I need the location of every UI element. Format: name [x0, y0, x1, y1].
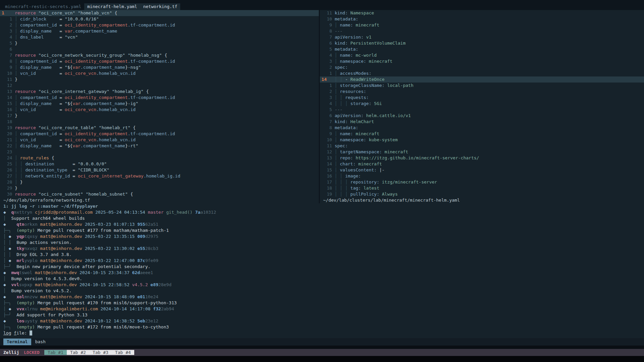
token-prop: .homelab_ig.id	[144, 173, 181, 178]
code-line[interactable]: 9 │ name: minecraft	[320, 131, 644, 137]
code-line[interactable]: 26 │ │ destination_type = "CIDR_BLOCK"	[0, 167, 319, 173]
code-line[interactable]: 29 }	[0, 185, 319, 191]
code-line[interactable]: 14 │ compartment_id = oci_identity_compa…	[0, 95, 319, 101]
code-line[interactable]: 22 │ display_name = "${var.compartment_n…	[0, 143, 319, 149]
code-line[interactable]: 12 │ targetNamespace: minecraft	[320, 149, 644, 155]
token-pun: =	[57, 59, 64, 64]
code-line[interactable]: 25 │ │ destination = "0.0.0.0/0"	[0, 161, 319, 167]
code-line[interactable]: 15 │ display_name = "${var.compartment_n…	[0, 101, 319, 107]
code-line[interactable]: 9 │ name: minecraft	[320, 22, 644, 28]
code-line[interactable]: 16 │ │ image:	[320, 173, 644, 179]
code-line[interactable]: 2 spec:	[320, 64, 644, 70]
code-line[interactable]: 10 metadata:	[320, 16, 644, 22]
code-line[interactable]: 15 │ valuesContent: |-	[320, 167, 644, 173]
code-line[interactable]: 17 │ │ │ repository: itzg/minecraft-serv…	[320, 179, 644, 185]
code-line[interactable]: 21 │ vcn_id = oci_core_vcn.homelab_vcn.i…	[0, 137, 319, 143]
code-line[interactable]: 13 resource "oci_core_internet_gateway" …	[0, 89, 319, 95]
token-gd: │	[335, 95, 337, 100]
token-gd: │	[15, 131, 17, 136]
token-val: HelmChart	[348, 119, 374, 124]
zellij-tab-4[interactable]: Tab #4	[112, 350, 134, 355]
zellij-tab-1[interactable]: Tab #1	[44, 350, 67, 355]
code-line[interactable]: 5 }	[0, 40, 319, 46]
token-pun: ${	[67, 101, 73, 106]
buffer-tab-2[interactable]: minecraft-helm.yaml	[84, 3, 140, 10]
token-sha2: a10312	[200, 210, 216, 215]
terminal-line: ◆ vvlsvpxp matt@einhorn.dev 2024-10-15 2…	[3, 282, 644, 288]
code-line[interactable]: 18	[0, 119, 319, 125]
code-line[interactable]: 3 │ display_name = var.compartment_name	[0, 28, 319, 34]
code-line[interactable]: 7 apiVersion: v1	[320, 34, 644, 40]
code-line[interactable]: 4 │ │ │ storage: 5Gi	[320, 101, 644, 107]
code-line[interactable]: 5 metadata:	[320, 46, 644, 52]
code-line-cursor[interactable]: 1 resource "oci_core_vcn" "homelab_vcn" …	[0, 10, 319, 16]
zellij-tab-3[interactable]: Tab #3	[89, 350, 112, 355]
code-line[interactable]: 9 │ display_name = "${var.compartment_na…	[0, 64, 319, 70]
code-line[interactable]: 6	[0, 46, 319, 52]
code-line[interactable]: 11 spec:	[320, 143, 644, 149]
token-pun: =	[46, 16, 65, 21]
token-key: accessModes:	[340, 71, 371, 76]
code-line[interactable]: 8 ---	[320, 28, 644, 34]
code-line[interactable]: 6 apiVersion: helm.cattle.io/v1	[320, 113, 644, 119]
code-line[interactable]: 8 metadata:	[320, 125, 644, 131]
code-line[interactable]: 5 ---	[320, 107, 644, 113]
code-line[interactable]: 28 │ }	[0, 179, 319, 185]
code-line[interactable]: 7 resource "oci_core_network_security_gr…	[0, 52, 319, 58]
code-line[interactable]: 2 │ resources:	[320, 89, 644, 95]
code-line[interactable]: 24 │ route_rules {	[0, 155, 319, 161]
code-line[interactable]: 1 │ cidr_block = "10.0.0.0/16"	[0, 16, 319, 22]
terminal-line: ├─╯ Add support for Python 3.13	[3, 312, 644, 318]
token-str: "CIDR_BLOCK"	[78, 167, 109, 172]
code-line[interactable]: 27 │ │ network_entity_id = oci_core_inte…	[0, 173, 319, 179]
code-line[interactable]: 16 │ vcn_id = oci_core_vcn.homelab_vcn.i…	[0, 107, 319, 113]
code-line[interactable]: 19 resource "oci_core_route_table" "home…	[0, 125, 319, 131]
terminal-line: ├─╮ (empty) Merge pull request #177 from…	[3, 227, 644, 234]
token-id2: xlrnu	[24, 306, 38, 311]
code-line[interactable]: 4 │ dns_label = "vcn"	[0, 34, 319, 40]
code-line[interactable]: 30 resource "oci_core_subnet" "homelab_s…	[0, 191, 319, 197]
token-id1: mwq	[11, 270, 19, 275]
code-line[interactable]: 18 │ │ │ tag: latest	[320, 185, 644, 191]
buffer-tab-1[interactable]: minecraft-restic-secrets.yaml	[2, 3, 84, 10]
code-line[interactable]: 4 │ name: mc-world	[320, 52, 644, 58]
token-sha1: 7a	[195, 210, 200, 215]
token-str: "homelab_ig"	[112, 89, 144, 94]
token-desc: Support aarch64 wheel builds	[6, 216, 85, 221]
editor-pane-minecraft-helm-yaml[interactable]: 11 kind: Namespace 10 metadata: 9 │ name…	[320, 10, 644, 203]
token-pln	[337, 83, 340, 88]
code-line[interactable]: 23	[0, 149, 319, 155]
terminal-tab-chip[interactable]: Terminal	[3, 339, 31, 345]
code-line[interactable]: 3 │ │ requests:	[320, 95, 644, 101]
token-key: namespace:	[340, 137, 366, 142]
token-gd: │	[20, 173, 23, 178]
code-line[interactable]: 17 }	[0, 113, 319, 119]
code-line[interactable]: 14 │ chart: minecraft	[320, 161, 644, 167]
token-str: -ig"	[128, 101, 138, 106]
code-line[interactable]: 10 │ namespace: kube-system	[320, 137, 644, 143]
code-line[interactable]: 6 kind: PersistentVolumeClaim	[320, 40, 644, 46]
editor-split: 1 resource "oci_core_vcn" "homelab_vcn" …	[0, 10, 644, 203]
code-line[interactable]: 8 │ compartment_id = oci_identity_compar…	[0, 58, 319, 64]
token-pln	[337, 131, 340, 136]
buffer-tab-3[interactable]: networking.tf	[140, 3, 181, 10]
code-line[interactable]: 2 │ compartment_id = oci_identity_compar…	[0, 22, 319, 28]
code-line[interactable]: 13 │ repo: https://itzg.github.io/minecr…	[320, 155, 644, 161]
zellij-tab-2[interactable]: Tab #2	[67, 350, 89, 355]
code-line[interactable]: 1 │ storageClassName: local-path	[320, 83, 644, 89]
token-val: itzg/minecraft-server	[379, 179, 437, 185]
code-line[interactable]: 3 │ namespace: minecraft	[320, 58, 644, 64]
code-line-cursor[interactable]: 14 │ │ - ReadWriteOnce	[320, 76, 644, 83]
code-line[interactable]: 1 │ accessModes:	[320, 70, 644, 76]
code-line[interactable]: 11 }	[0, 76, 319, 83]
code-line[interactable]: 11 kind: Namespace	[320, 10, 644, 16]
terminal-pane[interactable]: 1: jj log -r ::master ~/d/ffpyplayer ◆ q…	[0, 203, 644, 338]
editor-pane-networking-tf[interactable]: 1 resource "oci_core_vcn" "homelab_vcn" …	[0, 10, 319, 203]
code-line[interactable]: 12	[0, 83, 319, 89]
code-line[interactable]: 10 │ vcn_id = oci_core_vcn.homelab_vcn.i…	[0, 70, 319, 76]
line-number: 12	[2, 83, 15, 88]
line-number: 27	[2, 173, 15, 178]
code-line[interactable]: 20 │ compartment_id = oci_identity_compa…	[0, 131, 319, 137]
code-line[interactable]: 19 │ │ │ pullPolicy: Always	[320, 191, 644, 197]
code-line[interactable]: 7 kind: HelmChart	[320, 119, 644, 125]
